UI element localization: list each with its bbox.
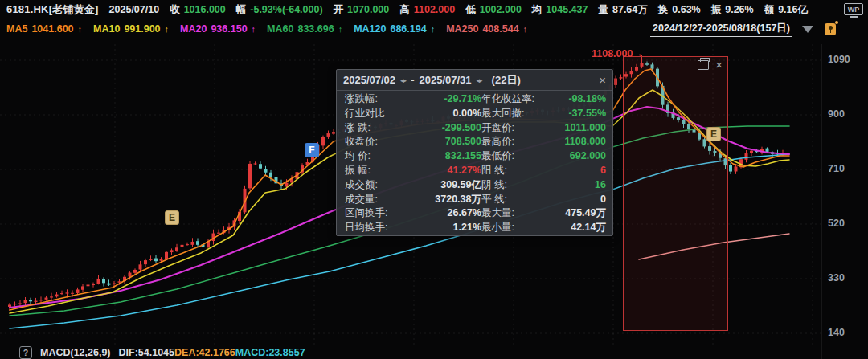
ma10-legend: MA10991.900↑ [93,23,169,35]
finance-badge-f[interactable]: F [305,143,319,157]
y-axis-label: 140 [828,327,845,338]
date-step-arrows-icon[interactable]: ◂▸ [477,76,482,84]
close-selection-icon[interactable]: × [715,60,723,70]
macd-title: MACD(12,26,9) [40,347,111,358]
wp-monitor-icon[interactable]: WP [844,3,865,20]
ma5-legend: MA51041.600↑ [6,23,82,35]
up-arrow-icon: ↑ [165,24,170,34]
up-arrow-icon: ↑ [252,24,256,34]
quote-field-amplitude: 振9.26% [711,3,754,17]
quote-field-avg: 均1045.437 [532,3,588,17]
quote-date: 2025/07/10 [109,4,160,15]
ma250-legend: MA250408.544↑ [446,23,527,35]
quote-field-volume: 量87.64万 [598,3,647,17]
macd-dea-value: DEA:42.1766 [174,347,235,358]
popup-close-icon[interactable]: × [599,73,606,87]
quote-field-low: 低1002.000 [465,3,522,17]
y-axis-label: 900 [828,108,845,120]
macd-dif-value: DIF:54.1045 [119,347,174,358]
quote-field-change: 幅-5.93%(-64.000) [236,3,323,17]
up-arrow-icon: ↑ [78,24,83,34]
peak-price-annotation: 1108.000→ [592,48,643,59]
event-badge-e[interactable]: E [165,210,179,225]
range-selection-box[interactable]: × [623,56,728,331]
quote-field-close: 收1016.000 [170,3,226,17]
quote-field-high: 高1102.000 [399,3,455,17]
y-axis-label: 330 [828,272,845,284]
quote-topbar: 6181.HK[老铺黄金] 2025/07/10 收1016.000 幅-5.9… [0,0,868,19]
y-axis-label: 520 [828,218,845,229]
help-icon[interactable]: ? [19,346,32,359]
quote-field-open: 开1070.000 [334,3,390,17]
up-arrow-icon: ↑ [431,24,436,34]
quote-field-turnover: 换0.63% [658,3,701,17]
popup-header: 2025/07/02 ◂▸ - 2025/07/31 ◂▸ (22日) × [337,70,612,91]
ma20-legend: MA20936.150↑ [180,23,256,35]
y-axis-label: 710 [828,163,845,174]
date-range-selector[interactable]: 2024/12/27-2025/08/18(157日) [650,22,792,37]
y-axis-label: 1090 [828,54,850,65]
macd-indicator-bar: ? MACD(12,26,9) DIF:54.1045 DEA:42.1766 … [0,345,868,359]
ma60-legend: MA60833.696↑ [267,23,342,35]
lock-icon[interactable] [825,23,836,35]
restore-window-icon[interactable] [698,60,709,70]
popup-end-date: 2025/07/31 [419,74,471,86]
range-statistics-popup: 2025/07/02 ◂▸ - 2025/07/31 ◂▸ (22日) × 涨跌… [336,69,613,236]
ma120-legend: MA120686.194↑ [354,23,435,35]
quote-field-amount: 额9.16亿 [764,3,808,17]
chevron-down-icon[interactable] [802,26,813,33]
popup-statistics-grid: 涨跌幅:-29.71%年化收益率:-98.18% 行业对比0.00%最大回撤:-… [337,91,612,235]
event-badge-e[interactable]: E [706,127,721,141]
up-arrow-icon: ↑ [523,24,528,34]
date-step-arrows-icon[interactable]: ◂▸ [400,76,406,84]
stock-chart-window: 1090 900 710 520 330 140 × 1108.000→ E F… [0,0,868,359]
symbol-name: 6181.HK[老铺黄金] [6,2,99,17]
macd-macd-value: MACD:23.8557 [235,347,305,358]
popup-start-date: 2025/07/02 [343,74,395,86]
up-arrow-icon: ↑ [338,24,343,34]
popup-days-count: (22日) [492,73,521,88]
